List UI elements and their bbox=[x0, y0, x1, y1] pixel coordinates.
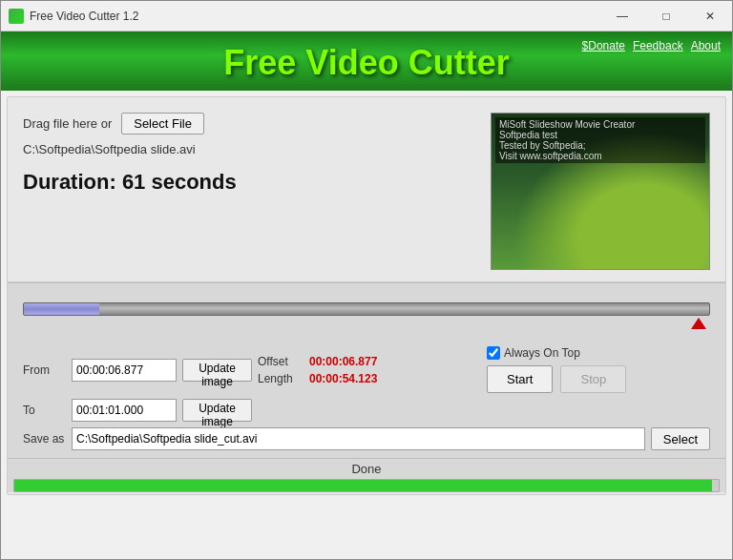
title-bar: Free Video Cutter 1.2 — □ ✕ bbox=[1, 1, 732, 31]
end-marker-icon[interactable] bbox=[691, 318, 706, 329]
main-content: Drag file here or Select File C:\Softped… bbox=[7, 96, 726, 495]
update-to-button[interactable]: Update image bbox=[182, 399, 252, 422]
duration-display: Duration: 61 seconds bbox=[23, 170, 475, 195]
select-output-button[interactable]: Select bbox=[651, 427, 710, 450]
progress-bar-fill bbox=[14, 480, 712, 491]
progress-bar-track bbox=[13, 479, 720, 492]
maximize-button[interactable]: □ bbox=[644, 1, 688, 31]
donate-link[interactable]: $Donate bbox=[582, 39, 625, 52]
close-button[interactable]: ✕ bbox=[688, 1, 732, 31]
controls-row2: To Update image bbox=[23, 399, 710, 422]
offset-row: Offset 00:00:06.877 bbox=[258, 355, 481, 368]
app-header: $Donate Feedback About Free Video Cutter bbox=[1, 31, 732, 91]
action-section: Always On Top Start Stop bbox=[487, 346, 710, 393]
save-path-input[interactable] bbox=[72, 427, 645, 450]
preview-brand: MiSoft Slideshow Movie CreatorSoftpedia … bbox=[495, 117, 705, 163]
always-on-top-label: Always On Top bbox=[504, 346, 580, 360]
always-on-top-row: Always On Top bbox=[487, 346, 580, 360]
action-buttons: Start Stop bbox=[487, 365, 626, 393]
file-info-section: Drag file here or Select File C:\Softped… bbox=[23, 113, 475, 270]
timeline-section: 00:00:06.877 00:01:01.000 bbox=[8, 282, 725, 341]
from-row: From Update image bbox=[23, 359, 252, 382]
minimize-button[interactable]: — bbox=[600, 1, 644, 31]
length-label: Length bbox=[258, 372, 304, 385]
length-value: 00:00:54.123 bbox=[309, 372, 377, 385]
controls-section: From Update image Offset 00:00:06.877 Le… bbox=[8, 341, 725, 458]
app-icon bbox=[9, 9, 24, 24]
from-label: From bbox=[23, 363, 66, 377]
always-on-top-checkbox[interactable] bbox=[487, 346, 500, 360]
from-input[interactable] bbox=[72, 359, 177, 382]
file-area: Drag file here or Select File C:\Softped… bbox=[8, 97, 725, 282]
select-file-button[interactable]: Select File bbox=[121, 113, 204, 135]
to-input[interactable] bbox=[72, 399, 177, 422]
timeline-bar-container: 00:00:06.877 00:01:01.000 bbox=[23, 302, 710, 329]
main-window: Free Video Cutter 1.2 — □ ✕ $Donate Feed… bbox=[0, 0, 733, 560]
offset-value: 00:00:06.877 bbox=[309, 355, 377, 368]
stop-button[interactable]: Stop bbox=[560, 365, 626, 393]
scrubber-fill bbox=[24, 303, 99, 315]
window-title: Free Video Cutter 1.2 bbox=[30, 10, 139, 23]
to-label: To bbox=[23, 404, 66, 417]
save-as-label: Save as bbox=[23, 432, 66, 446]
length-row: Length 00:00:54.123 bbox=[258, 372, 481, 385]
drag-row: Drag file here or Select File bbox=[23, 113, 475, 135]
offset-label: Offset bbox=[258, 355, 304, 368]
feedback-link[interactable]: Feedback bbox=[633, 39, 683, 52]
preview-overlay: MiSoft Slideshow Movie CreatorSoftpedia … bbox=[495, 117, 705, 163]
drag-label: Drag file here or bbox=[23, 116, 112, 131]
controls-row1: From Update image Offset 00:00:06.877 Le… bbox=[23, 346, 710, 393]
preview-thumbnail: MiSoft Slideshow Movie CreatorSoftpedia … bbox=[491, 113, 710, 270]
scrubber-track[interactable] bbox=[23, 302, 710, 316]
update-from-button[interactable]: Update image bbox=[182, 359, 252, 382]
file-path: C:\Softpedia\Softpedia slide.avi bbox=[23, 142, 475, 156]
offset-section: Offset 00:00:06.877 Length 00:00:54.123 bbox=[258, 355, 481, 385]
start-button[interactable]: Start bbox=[487, 365, 553, 393]
to-row: To Update image bbox=[23, 399, 252, 422]
save-row: Save as Select bbox=[23, 427, 710, 450]
header-links: $Donate Feedback About bbox=[582, 39, 721, 52]
window-controls: — □ ✕ bbox=[600, 1, 732, 31]
status-bar: Done bbox=[8, 458, 725, 492]
done-label: Done bbox=[8, 459, 725, 477]
about-link[interactable]: About bbox=[691, 39, 721, 52]
